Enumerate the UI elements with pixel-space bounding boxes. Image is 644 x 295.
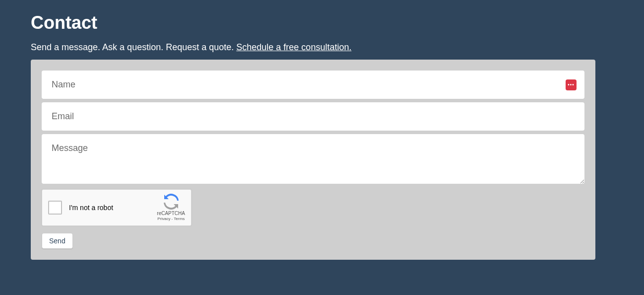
send-button[interactable]: Send: [42, 233, 73, 249]
recaptcha-widget: I'm not a robot reCAPTCHA Privacy - Term…: [42, 189, 192, 226]
name-input[interactable]: [42, 71, 584, 99]
recaptcha-links[interactable]: Privacy - Terms: [157, 217, 185, 221]
intro-prefix: Send a message. Ask a question. Request …: [31, 42, 236, 52]
email-input[interactable]: [42, 102, 584, 131]
message-field-wrapper: [42, 134, 584, 186]
recaptcha-branding: reCAPTCHA Privacy - Terms: [157, 194, 185, 221]
recaptcha-brand-text: reCAPTCHA: [157, 211, 185, 217]
intro-text: Send a message. Ask a question. Request …: [31, 42, 613, 53]
schedule-consultation-link[interactable]: Schedule a free consultation.: [236, 42, 351, 52]
name-field-wrapper: •••: [42, 71, 584, 99]
recaptcha-icon: [163, 194, 179, 210]
dots-icon: •••: [568, 82, 575, 87]
recaptcha-label: I'm not a robot: [69, 204, 157, 212]
page-title: Contact: [31, 12, 613, 33]
autofill-icon[interactable]: •••: [566, 79, 577, 90]
recaptcha-checkbox[interactable]: [48, 201, 62, 215]
contact-form: ••• I'm not a robot reCAPTCHA Privacy - …: [31, 60, 595, 260]
message-input[interactable]: [42, 134, 584, 184]
email-field-wrapper: [42, 102, 584, 131]
